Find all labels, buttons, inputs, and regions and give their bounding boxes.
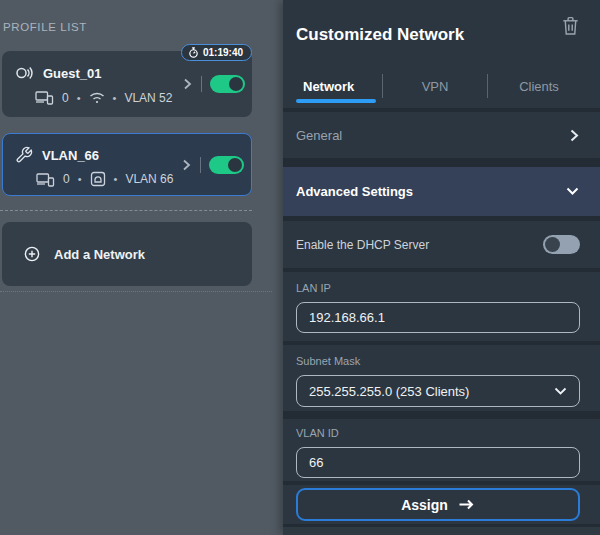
guest-timer-badge: 01:19:40: [181, 44, 252, 61]
tab-clients[interactable]: Clients: [488, 72, 590, 100]
trash-icon[interactable]: [561, 15, 580, 37]
list-bottom-separator: [0, 291, 272, 292]
divider: [201, 76, 202, 92]
card-info: VLAN_66 0 •: [3, 134, 180, 195]
client-count: 0: [62, 91, 69, 105]
separator-dot: •: [78, 173, 82, 185]
network-card-guest01[interactable]: 01:19:40 Guest_01: [2, 51, 252, 117]
network-name: VLAN_66: [42, 148, 99, 163]
guest-icon: [14, 63, 34, 83]
network-card-vlan66[interactable]: VLAN_66 0 •: [2, 133, 252, 196]
lan-ip-input[interactable]: [296, 302, 580, 333]
subnet-mask-label: Subnet Mask: [296, 345, 580, 367]
chevron-right-icon[interactable]: [180, 158, 192, 172]
profile-list-title: PROFILE LIST: [3, 21, 87, 33]
wifi-icon: [89, 91, 105, 104]
separator-dot: •: [114, 173, 118, 185]
toggle-knob: [545, 237, 560, 252]
arrow-right-icon: [458, 498, 475, 511]
lan-ip-label: LAN IP: [296, 272, 580, 294]
subnet-mask-value: 255.255.255.0 (253 Clients): [309, 384, 469, 399]
dhcp-server-row: Enable the DHCP Server: [283, 221, 600, 268]
vlan-label: VLAN 66: [125, 172, 173, 186]
vlan-label: VLAN 52: [124, 91, 172, 105]
panel-header: Customized Network Network VPN Clients: [283, 0, 600, 108]
add-network-button[interactable]: Add a Network: [2, 222, 252, 286]
list-separator: [0, 210, 252, 211]
network-settings-screen: PROFILE LIST 01:19:40: [0, 0, 600, 535]
vlan-id-label: VLAN ID: [296, 419, 580, 439]
vlan-id-input[interactable]: [296, 447, 580, 478]
customized-network-panel: Customized Network Network VPN Clients: [283, 0, 600, 535]
active-tab-underline: [296, 99, 376, 103]
network-name: Guest_01: [43, 66, 102, 81]
separator-dot: •: [113, 92, 117, 104]
devices-icon: [36, 172, 55, 187]
chevron-down-icon: [554, 387, 567, 396]
advanced-settings-label: Advanced Settings: [296, 184, 413, 199]
guest-timer-value: 01:19:40: [203, 47, 243, 58]
port-icon: [90, 171, 106, 187]
tab-vpn[interactable]: VPN: [383, 72, 487, 100]
dhcp-server-toggle[interactable]: [543, 235, 580, 254]
subnet-mask-section: Subnet Mask 255.255.255.0 (253 Clients): [283, 345, 600, 411]
separator-dot: •: [77, 92, 81, 104]
vlan66-enabled-toggle[interactable]: [209, 156, 244, 174]
card-info: Guest_01 0 •: [2, 51, 181, 117]
chevron-right-icon[interactable]: [181, 77, 193, 91]
wrench-icon: [15, 146, 33, 164]
stopwatch-icon: [188, 47, 199, 58]
general-section-row[interactable]: General: [283, 112, 600, 158]
vlan-id-section: VLAN ID: [283, 419, 600, 481]
toggle-knob: [228, 158, 242, 172]
divider: [200, 157, 201, 173]
tab-network[interactable]: Network: [296, 72, 382, 100]
devices-icon: [35, 90, 54, 105]
assign-button[interactable]: Assign: [296, 488, 580, 521]
guest-enabled-toggle[interactable]: [210, 75, 245, 93]
panel-tabs: Network VPN Clients: [296, 72, 590, 100]
toggle-knob: [229, 77, 243, 91]
client-count: 0: [63, 172, 70, 186]
chevron-right-icon: [568, 128, 580, 143]
add-network-label: Add a Network: [54, 247, 145, 262]
next-section-partial: [283, 527, 600, 535]
dhcp-server-label: Enable the DHCP Server: [296, 238, 429, 252]
assign-button-label: Assign: [401, 497, 448, 513]
chevron-down-icon: [565, 186, 580, 197]
general-label: General: [296, 128, 342, 143]
panel-title: Customized Network: [296, 25, 464, 45]
subnet-mask-select[interactable]: 255.255.255.0 (253 Clients): [296, 375, 580, 407]
plus-circle-icon: [24, 246, 40, 262]
assign-section: Assign: [283, 485, 600, 524]
advanced-settings-row[interactable]: Advanced Settings: [283, 167, 600, 216]
profile-list-panel: PROFILE LIST 01:19:40: [0, 0, 283, 535]
lan-ip-section: LAN IP: [283, 272, 600, 341]
